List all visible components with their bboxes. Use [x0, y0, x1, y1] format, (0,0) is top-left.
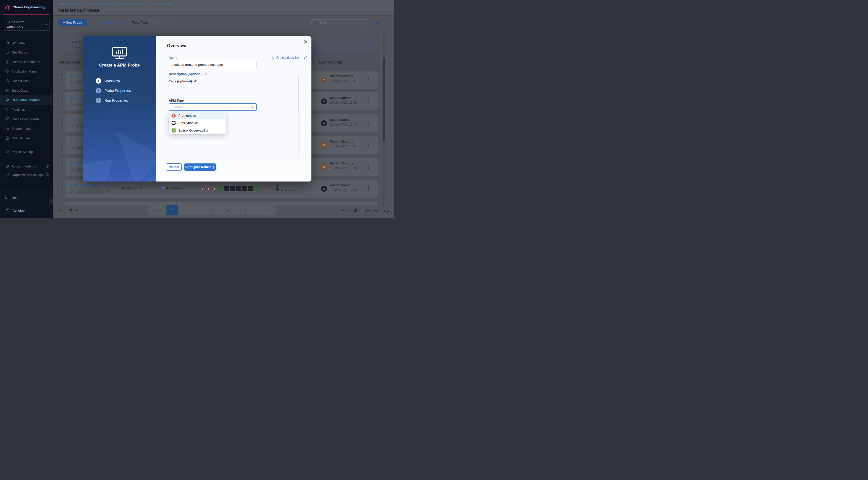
sidebar-item-label: Project Settings [11, 150, 34, 154]
user-menu[interactable]: A Ashutosh [0, 206, 53, 213]
tags-label[interactable]: Tags (optional) [169, 79, 197, 83]
sidebar-item-overview[interactable]: Overview [0, 38, 53, 47]
edit-pencil-icon[interactable] [304, 56, 307, 59]
page-button-5[interactable]: 5 [212, 205, 223, 215]
sidebar-item-environments[interactable]: Environments [0, 124, 53, 133]
avatar: A [321, 98, 327, 104]
id-line: Id : boutique-fro... [219, 56, 307, 60]
scrollbar-thumb[interactable] [298, 75, 299, 113]
app-grid-icon[interactable] [43, 5, 47, 9]
page-button-22[interactable]: 22 [246, 205, 257, 215]
sidebar-item-organization-settings[interactable]: Organization Settings [0, 170, 53, 179]
sidebar-item-chaosguard[interactable]: ChaosGuard [0, 133, 53, 143]
breadcrumb-link[interactable]: Account: chaos-dev [58, 2, 84, 5]
probe-name-link[interactable]: cartsvc-cpu-check-appd [70, 183, 107, 187]
id-label: ID: [70, 103, 73, 106]
modified-date: 15 May 2025, 17:36 [330, 101, 356, 104]
status-blocks [200, 186, 259, 191]
breadcrumb-link[interactable]: Project: Chaos-Dev1 [119, 2, 146, 5]
row-menu-button[interactable] [368, 77, 369, 82]
sidebar-item-gamedays[interactable]: GameDays [0, 86, 53, 95]
sidebar-item-get-started[interactable]: Get Started [0, 47, 53, 57]
page-button-3[interactable]: 3 [189, 205, 200, 215]
breadcrumb-current: Resilience Probes [150, 2, 174, 5]
chevron-down-icon[interactable] [367, 41, 371, 45]
description-label[interactable]: Description (optional) [169, 72, 208, 76]
row-menu-button[interactable] [368, 121, 369, 126]
row-menu-button[interactable] [368, 142, 369, 148]
sidebar-item-chaos-dashboards[interactable]: Chaos Dashboards [0, 114, 53, 124]
chevron-right-icon: › [46, 150, 49, 153]
page-button-4[interactable]: 4 [200, 205, 212, 215]
gear-icon [5, 150, 9, 154]
copy-icon[interactable] [105, 190, 109, 193]
edit-pencil-icon[interactable] [194, 79, 197, 83]
brand-underline [3, 14, 50, 15]
form-scrollbar[interactable] [298, 75, 299, 158]
sidebar-item-chaoshubs[interactable]: ChaosHubs [0, 76, 53, 86]
sort-icon [344, 61, 346, 64]
cancel-button[interactable]: Cancel [166, 163, 182, 171]
wizard-step-overview[interactable]: 1 Overview [96, 78, 153, 84]
wizard-step-probe-properties[interactable]: 2 Probe Properties [96, 88, 153, 94]
step-number: 2 [96, 88, 101, 93]
prev-page-button[interactable]: ← Prev [147, 205, 166, 215]
new-probe-button[interactable]: + New Probe [58, 19, 87, 26]
column-header-last-modified[interactable]: LAST MODIFIED [319, 61, 346, 64]
close-icon[interactable] [303, 40, 308, 44]
dropdown-option-appdynamics[interactable]: AppDynamics [169, 119, 226, 127]
project-selector[interactable]: PROJECT Chaos-Dev1 › [3, 19, 50, 31]
option-label: Prometheus [178, 114, 196, 118]
page-size-select[interactable]: 15 [351, 207, 363, 214]
monitor-icon [121, 186, 126, 190]
page-button-1[interactable]: 1 [166, 205, 178, 215]
dropdown-option-splunk-observability[interactable]: Splunk Observability [169, 127, 226, 134]
page-scrollbar[interactable] [382, 33, 385, 205]
probe-name-link[interactable]: new-http- [70, 139, 84, 143]
id-value: : boutique-fro... [280, 56, 301, 60]
configure-details-button[interactable]: Configure Details ❯ [184, 163, 216, 171]
sidebar-item-project-settings[interactable]: Project Settings › [0, 147, 53, 156]
page-button-21[interactable]: 21 [234, 205, 246, 215]
pipeline-icon [5, 107, 9, 111]
per-page-label: per page [366, 209, 378, 212]
row-menu-button[interactable] [368, 164, 369, 169]
import-probe-button[interactable]: Import Probe [91, 19, 124, 26]
breadcrumb-link[interactable]: Organization: default [88, 2, 115, 5]
next-page-button[interactable]: Next → [257, 205, 277, 215]
modified-by: adarsh.kumar [330, 96, 351, 100]
page-button-2[interactable]: 2 [178, 205, 189, 215]
sidebar-item-help[interactable]: ? Help [0, 194, 53, 201]
sidebar-item-pipelines[interactable]: Pipelines [0, 105, 53, 114]
get-started-icon [5, 50, 9, 54]
support-headset-icon[interactable] [384, 208, 389, 213]
sidebar-item-chaos-experiments[interactable]: Chaos Experiments [0, 57, 53, 67]
search-input[interactable] [319, 20, 365, 25]
dropdown-option-prometheus[interactable]: Prometheus [169, 112, 226, 119]
status-square [242, 186, 247, 191]
apm-type-select[interactable]: - Select - [169, 103, 257, 111]
modal-form-panel: Overview Name Id : boutique-fro... Descr… [156, 36, 311, 182]
modified-date: 16 May 2025, 10:37 [330, 79, 356, 83]
pagination: ← Prev 1 2 3 4 5 ••• 21 22 Next → [147, 205, 277, 215]
row-menu-button[interactable] [368, 186, 369, 191]
appdynamics-icon [172, 121, 176, 125]
probe-name-input[interactable] [169, 61, 257, 68]
column-header-probe-name[interactable]: PROBE NAME [60, 61, 84, 64]
wizard-step-run-properties[interactable]: 3 Run Properties [96, 98, 153, 104]
apm-monitor-icon [112, 47, 127, 60]
scrollbar-thumb[interactable] [383, 58, 385, 141]
status-badge: ENABLED [59, 180, 66, 198]
edit-pencil-icon[interactable] [204, 72, 208, 75]
sidebar-collapse-handle[interactable]: ‹ [49, 197, 53, 205]
sidebar-item-resilience-probes[interactable]: Resilience Probes [0, 95, 53, 105]
prometheus-icon [172, 114, 176, 118]
table-row[interactable]: ENABLED cartsvc-cpu-check-appd ID: carts… [59, 180, 378, 198]
sidebar-item-account-settings[interactable]: Account Settings [0, 162, 53, 170]
sidebar-item-application-maps[interactable]: Application Maps [0, 67, 53, 76]
row-menu-button[interactable] [368, 99, 369, 104]
warning-icon [212, 186, 217, 191]
gamepad-icon [5, 88, 9, 92]
probe-type-filter[interactable]: Probe Type [129, 19, 170, 26]
filter-sliders-icon[interactable] [375, 20, 379, 25]
